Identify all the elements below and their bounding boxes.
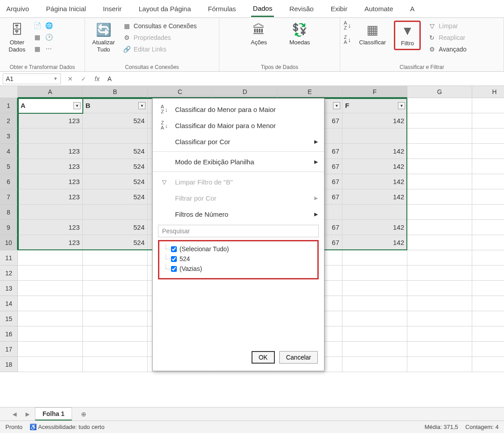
cell[interactable] bbox=[83, 281, 148, 296]
row-header-7[interactable]: 7 bbox=[0, 189, 18, 205]
other-icon[interactable]: ⋯ bbox=[44, 44, 54, 54]
cell[interactable] bbox=[342, 250, 407, 266]
cell[interactable]: 524 bbox=[83, 159, 148, 174]
col-header-a[interactable]: A bbox=[18, 86, 83, 98]
from-text-icon[interactable]: 📄 bbox=[32, 21, 42, 30]
row-header-14[interactable]: 14 bbox=[0, 296, 18, 311]
cell[interactable] bbox=[83, 250, 148, 266]
cell[interactable] bbox=[472, 311, 504, 326]
cell[interactable] bbox=[472, 205, 504, 220]
cell[interactable] bbox=[83, 129, 148, 144]
filter-blanks[interactable]: (Vazias) bbox=[164, 264, 313, 274]
sheet-tab-folha1[interactable]: Folha 1 bbox=[35, 407, 72, 421]
cell[interactable]: 524 bbox=[83, 144, 148, 159]
cell[interactable] bbox=[472, 220, 504, 235]
moedas-button[interactable]: 💱 Moedas bbox=[286, 21, 313, 48]
filter-search-input[interactable]: Pesquisar bbox=[158, 225, 319, 237]
sort-by-color-menuitem[interactable]: Classificar por Cor ▶ bbox=[153, 133, 324, 150]
cancel-button[interactable]: Cancelar bbox=[279, 351, 318, 364]
row-header-1[interactable]: 1 bbox=[0, 98, 18, 113]
cell[interactable] bbox=[83, 326, 148, 342]
sheet-nav-prev[interactable]: ◀ bbox=[9, 411, 20, 417]
row-header-17[interactable]: 17 bbox=[0, 342, 18, 357]
cell[interactable] bbox=[472, 189, 504, 205]
filtro-button[interactable]: ▼ Filtro bbox=[394, 21, 421, 50]
row-header-4[interactable]: 4 bbox=[0, 144, 18, 159]
cell[interactable]: 123 bbox=[18, 220, 83, 235]
from-web-icon[interactable]: 🌐 bbox=[44, 21, 54, 30]
row-header-18[interactable]: 18 bbox=[0, 357, 18, 372]
cell[interactable] bbox=[18, 205, 83, 220]
cell[interactable] bbox=[407, 113, 472, 129]
cell[interactable] bbox=[83, 342, 148, 357]
cell[interactable]: 123 bbox=[18, 144, 83, 159]
cell[interactable] bbox=[407, 311, 472, 326]
row-header-15[interactable]: 15 bbox=[0, 311, 18, 326]
cell[interactable] bbox=[407, 250, 472, 266]
consultas-conexoes-button[interactable]: ▦ Consultas e Conexões bbox=[120, 21, 200, 31]
cell[interactable]: 524 bbox=[83, 113, 148, 129]
recent-icon[interactable]: 🕑 bbox=[44, 32, 54, 42]
cell[interactable]: 123 bbox=[18, 235, 83, 250]
cell[interactable] bbox=[472, 296, 504, 311]
cell[interactable] bbox=[472, 281, 504, 296]
sort-ascending-menuitem[interactable]: AZ↓ Classificar do Menor para o Maior bbox=[153, 101, 324, 117]
cell[interactable] bbox=[407, 98, 472, 113]
cell[interactable]: 524 bbox=[83, 220, 148, 235]
existing-icon[interactable]: ▦ bbox=[32, 44, 42, 54]
tab-exibir[interactable]: Exibir bbox=[329, 1, 350, 16]
from-table-icon[interactable]: ▦ bbox=[32, 32, 42, 42]
cell[interactable]: 142 bbox=[342, 159, 407, 174]
cell[interactable]: 142 bbox=[342, 144, 407, 159]
cell[interactable] bbox=[18, 357, 83, 372]
cell[interactable] bbox=[83, 311, 148, 326]
cell[interactable]: 142 bbox=[342, 113, 407, 129]
row-header-10[interactable]: 10 bbox=[0, 235, 18, 250]
row-header-13[interactable]: 13 bbox=[0, 281, 18, 296]
dropdown-icon[interactable]: ▼ bbox=[53, 76, 58, 81]
tab-formulas[interactable]: Fórmulas bbox=[206, 1, 238, 16]
obter-dados-button[interactable]: 🗄 Obter Dados bbox=[4, 21, 30, 55]
cell[interactable]: 123 bbox=[18, 159, 83, 174]
cell[interactable]: 142 bbox=[342, 220, 407, 235]
filter-select-all[interactable]: (Selecionar Tudo) bbox=[164, 244, 313, 254]
col-header-c[interactable]: C bbox=[148, 86, 213, 98]
row-header-6[interactable]: 6 bbox=[0, 174, 18, 189]
cell[interactable]: F▾ bbox=[342, 98, 407, 113]
row-header-11[interactable]: 11 bbox=[0, 250, 18, 266]
atualizar-tudo-button[interactable]: 🔄 Atualizar Tudo bbox=[89, 21, 119, 55]
col-header-g[interactable]: G bbox=[407, 86, 472, 98]
select-all-checkbox[interactable] bbox=[171, 246, 177, 252]
cell[interactable] bbox=[342, 296, 407, 311]
cell[interactable] bbox=[472, 235, 504, 250]
cell[interactable] bbox=[407, 205, 472, 220]
cell[interactable]: B▾ bbox=[83, 98, 148, 113]
cell[interactable] bbox=[407, 174, 472, 189]
cell[interactable] bbox=[342, 326, 407, 342]
col-header-h[interactable]: H bbox=[472, 86, 504, 98]
cell[interactable] bbox=[18, 266, 83, 281]
row-header-12[interactable]: 12 bbox=[0, 266, 18, 281]
sheet-nav-next[interactable]: ▶ bbox=[22, 411, 33, 417]
cell[interactable] bbox=[407, 281, 472, 296]
fx-button[interactable]: fx bbox=[90, 75, 104, 82]
filter-dropdown-icon[interactable]: ▾ bbox=[333, 102, 340, 109]
cell[interactable] bbox=[472, 174, 504, 189]
cell[interactable] bbox=[18, 296, 83, 311]
blanks-checkbox[interactable] bbox=[171, 266, 177, 272]
row-header-5[interactable]: 5 bbox=[0, 159, 18, 174]
cell[interactable] bbox=[342, 342, 407, 357]
cell[interactable] bbox=[18, 281, 83, 296]
cell[interactable] bbox=[472, 98, 504, 113]
cell[interactable]: 123 bbox=[18, 189, 83, 205]
row-header-9[interactable]: 9 bbox=[0, 220, 18, 235]
cell[interactable] bbox=[407, 326, 472, 342]
sort-descending-menuitem[interactable]: ZA↓ Classificar do Maior para o Menor bbox=[153, 117, 324, 133]
col-header-b[interactable]: B bbox=[83, 86, 148, 98]
sort-asc-button[interactable]: AZ ↓ bbox=[344, 21, 351, 30]
cell[interactable] bbox=[83, 266, 148, 281]
cell[interactable] bbox=[342, 266, 407, 281]
cell[interactable] bbox=[342, 129, 407, 144]
cell[interactable] bbox=[472, 342, 504, 357]
cell[interactable]: 123 bbox=[18, 174, 83, 189]
